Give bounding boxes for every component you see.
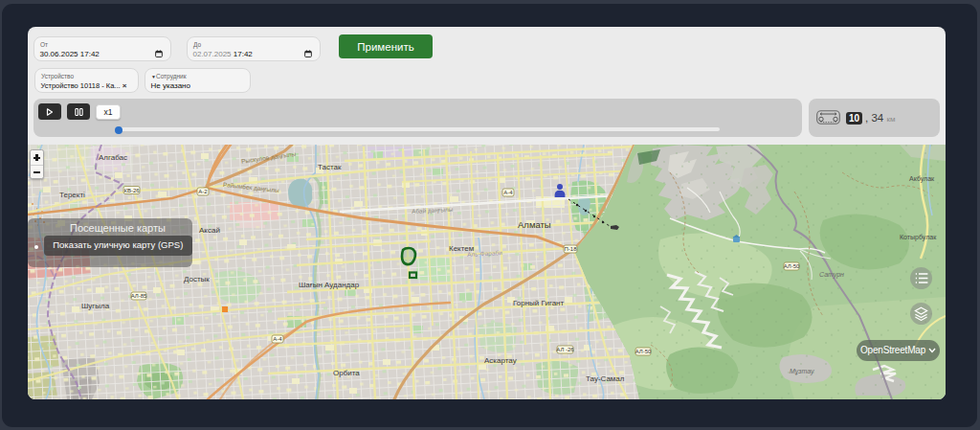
svg-text:Тастак: Тастак <box>318 163 342 171</box>
svg-text:Акбулак: Акбулак <box>909 175 935 183</box>
svg-text:АЛ-50: АЛ-50 <box>784 263 800 269</box>
svg-text:Шугыла: Шугыла <box>81 302 110 310</box>
svg-text:А-2: А-2 <box>198 189 208 194</box>
svg-text:Тау-Самал: Тау-Самал <box>586 374 625 383</box>
svg-text:Аксай: Аксай <box>199 226 220 235</box>
svg-text:Теректі: Теректі <box>59 191 85 199</box>
svg-text:АЛ -26: АЛ -26 <box>556 347 574 352</box>
svg-text:Горный Гигант: Горный Гигант <box>513 299 565 307</box>
svg-text:А-4: А-4 <box>273 336 282 342</box>
svg-text:А-4: А-4 <box>503 190 513 195</box>
svg-text:Орбита: Орбита <box>333 369 360 377</box>
svg-text:Мұзтау: Мұзтау <box>790 368 814 375</box>
svg-text:Достык: Достык <box>184 275 210 283</box>
svg-text:П-18: П-18 <box>565 246 578 252</box>
svg-text:Алгабас: Алгабас <box>99 153 127 162</box>
svg-text:АЛ-50: АЛ-50 <box>635 349 652 354</box>
svg-text:КВ-26: КВ-26 <box>123 188 140 193</box>
svg-text:Аскартау: Аскартау <box>484 356 517 365</box>
svg-text:Сатурн: Сатурн <box>819 271 844 279</box>
svg-text:Шағын Аудандар: Шағын Аудандар <box>299 281 360 289</box>
svg-text:Алматы: Алматы <box>518 219 551 230</box>
svg-text:АЛ-85: АЛ-85 <box>131 293 147 299</box>
svg-text:Котырбулак: Котырбулак <box>900 234 937 241</box>
